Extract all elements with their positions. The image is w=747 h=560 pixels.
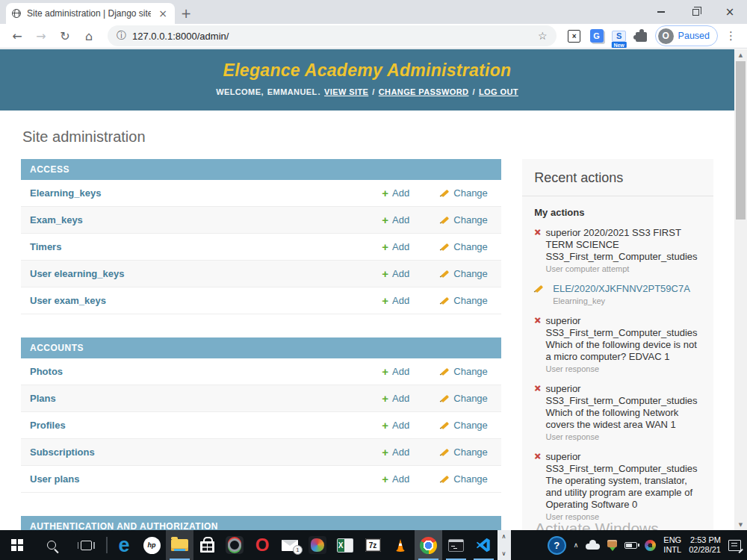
model-link-elearning-keys[interactable]: Elearning_keys	[30, 187, 382, 199]
model-link-plans[interactable]: Plans	[30, 393, 382, 404]
extensions-menu-button[interactable]	[633, 27, 651, 45]
model-link-timers[interactable]: Timers	[30, 241, 382, 252]
action-center-button[interactable]	[728, 540, 741, 551]
clock[interactable]: 2:53 PM 02/28/21	[689, 535, 721, 556]
taskbar-store-button[interactable]	[193, 530, 221, 560]
extension-s-button[interactable]: S New	[610, 27, 628, 45]
taskbar-mail-button[interactable]: 1	[276, 530, 304, 560]
restore-button[interactable]	[678, 0, 713, 24]
add-button[interactable]: +Add	[382, 393, 424, 404]
taskbar-7zip-button[interactable]: 7z	[359, 530, 387, 560]
home-button[interactable]: ⌂	[79, 26, 99, 46]
page-info-icon[interactable]: ⓘ	[117, 29, 126, 43]
taskbar-paint-app-button[interactable]	[304, 530, 332, 560]
taskbar-youcam-button[interactable]	[221, 530, 249, 560]
change-button[interactable]: Change	[440, 366, 494, 377]
tab-close-icon[interactable]: ×	[157, 8, 169, 19]
change-button[interactable]: Change	[440, 393, 494, 404]
taskbar-opera-button[interactable]: O	[249, 530, 276, 560]
browser-scrollbar[interactable]: ▲ ▼	[734, 49, 747, 530]
updater-tray-icon[interactable]	[607, 540, 617, 547]
add-button[interactable]: +Add	[382, 447, 424, 458]
new-tab-button[interactable]: +	[175, 3, 197, 24]
model-link-subscriptions[interactable]: Subscriptions	[30, 447, 382, 458]
taskbar-hp-button[interactable]: hp	[138, 530, 166, 560]
scroll-down-arrow[interactable]: ▼	[734, 519, 747, 530]
recent-action-text: superior SS3_First_term_Computer_studies…	[545, 451, 701, 511]
add-button[interactable]: +Add	[382, 214, 424, 225]
help-tray-icon[interactable]: ?	[548, 536, 566, 555]
section-caption[interactable]: ACCESS	[21, 159, 501, 180]
list-item: × superior SS3_First_term_Computer_studi…	[534, 383, 701, 441]
chevron-down-icon[interactable]: ∨	[502, 550, 506, 557]
add-button[interactable]: +Add	[382, 420, 424, 431]
extension-translate-button[interactable]: G	[588, 27, 606, 45]
scrollbar-thumb[interactable]	[736, 61, 746, 220]
model-link-user-elearning-keys[interactable]: User elearning_keys	[30, 268, 382, 279]
address-bar[interactable]: ⓘ 127.0.0.1:8000/admin/ ☆	[108, 25, 557, 46]
taskbar-edge-button[interactable]: e	[111, 530, 138, 560]
add-button[interactable]: +Add	[382, 473, 424, 485]
add-button[interactable]: +Add	[382, 366, 424, 377]
start-button[interactable]	[0, 530, 34, 560]
model-link-photos[interactable]: Photos	[30, 366, 382, 377]
section-caption[interactable]: ACCOUNTS	[21, 337, 501, 358]
table-row: User exam_keys +Add Change	[21, 287, 501, 314]
onedrive-icon[interactable]	[586, 544, 600, 550]
close-button[interactable]: ×	[713, 0, 747, 24]
add-button[interactable]: +Add	[382, 187, 424, 199]
change-button[interactable]: Change	[440, 295, 494, 306]
change-button[interactable]: Change	[440, 241, 494, 252]
taskbar-cmd-button[interactable]	[442, 530, 470, 560]
minimize-button[interactable]	[644, 0, 678, 24]
change-button[interactable]: Change	[440, 473, 494, 485]
reload-button[interactable]: ↻	[55, 26, 75, 46]
taskbar-overflow-scroll[interactable]: ∧ ∨	[498, 530, 511, 560]
chrome-menu-button[interactable]: ⋮	[722, 29, 740, 43]
model-link-user-plans[interactable]: User plans	[30, 473, 382, 485]
taskbar-chrome-button[interactable]	[415, 530, 442, 560]
model-link-user-exam-keys[interactable]: User exam_keys	[30, 295, 382, 306]
scroll-up-arrow[interactable]: ▲	[734, 49, 747, 60]
table-row: Timers +Add Change	[21, 234, 501, 261]
main-content: ACCESS Elearning_keys +Add Change Exam_k…	[0, 146, 734, 530]
bookmark-star-icon[interactable]: ☆	[538, 30, 548, 42]
module-access: ACCESS Elearning_keys +Add Change Exam_k…	[21, 159, 501, 314]
add-button[interactable]: +Add	[382, 295, 424, 306]
battery-icon[interactable]	[624, 542, 637, 549]
taskbar-vscode-button[interactable]	[470, 530, 498, 560]
chevron-up-icon[interactable]: ∧	[502, 533, 506, 540]
recent-action-link[interactable]: ELE/2020/XJKFNNV2PT59C7A	[553, 283, 690, 295]
url-text[interactable]: 127.0.0.1:8000/admin/	[132, 31, 532, 42]
change-button[interactable]: Change	[440, 214, 494, 225]
task-view-button[interactable]	[69, 530, 103, 560]
log-out-link[interactable]: LOG OUT	[479, 87, 518, 96]
change-button[interactable]: Change	[440, 187, 494, 199]
change-button[interactable]: Change	[440, 447, 494, 458]
model-link-exam-keys[interactable]: Exam_keys	[30, 214, 382, 225]
view-site-link[interactable]: VIEW SITE	[324, 87, 368, 96]
profile-button[interactable]: O Paused	[655, 25, 718, 46]
change-password-link[interactable]: CHANGE PASSWORD	[379, 87, 469, 96]
model-link-profiles[interactable]: Profiles	[30, 420, 382, 431]
extension-xpath-button[interactable]: ×	[565, 27, 583, 45]
taskbar-excel-button[interactable]: X	[332, 530, 359, 560]
page-title: Site administration	[22, 128, 734, 146]
forward-button[interactable]: →	[31, 26, 51, 46]
hidden-icons-chevron[interactable]: ∧	[574, 541, 579, 549]
pencil-icon	[440, 189, 450, 198]
add-button[interactable]: +Add	[382, 268, 424, 279]
taskbar-vlc-button[interactable]	[387, 530, 415, 560]
new-badge: New	[611, 42, 626, 48]
browser-tab[interactable]: Site administration | Django site a ×	[6, 3, 175, 24]
change-button[interactable]: Change	[440, 420, 494, 431]
taskbar-search-button[interactable]	[34, 530, 69, 560]
add-button[interactable]: +Add	[382, 241, 424, 252]
section-caption[interactable]: AUTHENTICATION AND AUTHORIZATION	[21, 516, 501, 530]
language-indicator[interactable]: ENG INTL	[663, 535, 681, 556]
taskbar-file-explorer-button[interactable]	[166, 530, 193, 560]
back-button[interactable]: ←	[7, 26, 27, 46]
translate-icon: G	[590, 29, 604, 43]
change-button[interactable]: Change	[440, 268, 494, 279]
color-wheel-tray-icon[interactable]	[645, 540, 656, 551]
